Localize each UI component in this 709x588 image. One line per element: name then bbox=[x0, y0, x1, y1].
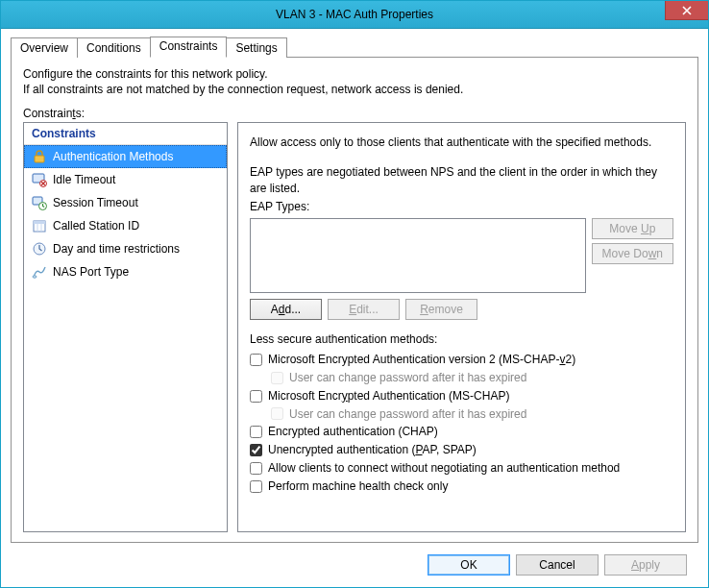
close-icon bbox=[682, 6, 692, 15]
idle-timeout-icon bbox=[32, 172, 47, 187]
eap-types-listbox[interactable] bbox=[250, 218, 586, 293]
nas-port-icon bbox=[32, 264, 47, 280]
intro-text: Allow access only to those clients that … bbox=[250, 135, 673, 151]
list-item-label: Session Timeout bbox=[53, 196, 138, 209]
lock-icon bbox=[32, 149, 47, 164]
detail-panel: Allow access only to those clients that … bbox=[237, 122, 686, 532]
eap-intro-text: EAP types are negotiated between NPS and… bbox=[250, 164, 673, 197]
constraints-label: Constraints: bbox=[23, 107, 686, 120]
constraints-list[interactable]: Constraints Authentication Methods Idle … bbox=[23, 122, 228, 532]
checkbox-pw-expire-v1[interactable]: User can change password after it has ex… bbox=[271, 406, 673, 423]
checkbox-health-check[interactable]: Perform machine health check only bbox=[250, 478, 673, 495]
checkbox-mschapv2[interactable]: Microsoft Encrypted Authentication versi… bbox=[250, 352, 673, 368]
window-title: VLAN 3 - MAC Auth Properties bbox=[276, 8, 433, 21]
checkbox-pw-expire-v2[interactable]: User can change password after it has ex… bbox=[271, 370, 673, 386]
checkbox-pap[interactable]: Unencrypted authentication (PAP, SPAP) bbox=[250, 442, 673, 458]
session-timeout-icon bbox=[32, 195, 47, 210]
eap-types-label: EAP Types: bbox=[250, 199, 673, 215]
list-item-day-time[interactable]: Day and time restrictions bbox=[24, 237, 227, 260]
list-item-called-station-id[interactable]: Called Station ID bbox=[24, 214, 227, 237]
checkbox-chap[interactable]: Encrypted authentication (CHAP) bbox=[250, 424, 673, 440]
cancel-button[interactable]: Cancel bbox=[516, 554, 599, 576]
list-item-label: Idle Timeout bbox=[53, 173, 115, 186]
move-up-button[interactable]: Move Up bbox=[592, 218, 673, 239]
svg-rect-6 bbox=[34, 221, 45, 224]
edit-button[interactable]: Edit... bbox=[328, 299, 400, 320]
list-item-label: NAS Port Type bbox=[53, 265, 129, 279]
list-item-label: Called Station ID bbox=[53, 219, 139, 233]
svg-point-10 bbox=[33, 276, 37, 278]
close-button[interactable] bbox=[665, 1, 708, 20]
list-item-label: Authentication Methods bbox=[53, 150, 173, 163]
list-item-idle-timeout[interactable]: Idle Timeout bbox=[24, 168, 227, 191]
list-item-auth-methods[interactable]: Authentication Methods bbox=[24, 145, 227, 168]
add-button[interactable]: Add... bbox=[250, 299, 322, 320]
tabstrip: Overview Conditions Constraints Settings bbox=[11, 37, 698, 57]
tab-settings[interactable]: Settings bbox=[226, 37, 286, 58]
desc-line1: Configure the constraints for this netwo… bbox=[23, 67, 268, 81]
apply-button[interactable]: Apply bbox=[604, 554, 687, 576]
list-item-session-timeout[interactable]: Session Timeout bbox=[24, 191, 227, 214]
dialog-footer: OK Cancel Apply bbox=[11, 543, 698, 587]
tab-overview[interactable]: Overview bbox=[11, 37, 78, 58]
ok-button[interactable]: OK bbox=[428, 554, 510, 576]
checkbox-noauth[interactable]: Allow clients to connect without negotia… bbox=[250, 460, 673, 477]
desc-line2: If all constraints are not matched by th… bbox=[23, 83, 463, 96]
list-item-nas-port-type[interactable]: NAS Port Type bbox=[24, 260, 227, 283]
checkbox-mschap[interactable]: Microsoft Encrypted Authentication (MS-C… bbox=[250, 388, 673, 404]
svg-rect-0 bbox=[35, 156, 44, 162]
tab-page-constraints: Configure the constraints for this netwo… bbox=[11, 57, 698, 543]
list-item-label: Day and time restrictions bbox=[53, 242, 180, 256]
less-secure-label: Less secure authentication methods: bbox=[250, 331, 673, 348]
titlebar: VLAN 3 - MAC Auth Properties bbox=[1, 1, 708, 29]
tab-constraints[interactable]: Constraints bbox=[150, 37, 228, 58]
clock-icon bbox=[32, 241, 47, 257]
page-description: Configure the constraints for this netwo… bbox=[23, 67, 686, 97]
move-down-button[interactable]: Move Down bbox=[592, 243, 673, 264]
called-station-icon bbox=[32, 218, 47, 233]
remove-button[interactable]: Remove bbox=[405, 299, 477, 320]
tab-conditions[interactable]: Conditions bbox=[77, 37, 151, 58]
constraints-list-header: Constraints bbox=[24, 123, 227, 145]
